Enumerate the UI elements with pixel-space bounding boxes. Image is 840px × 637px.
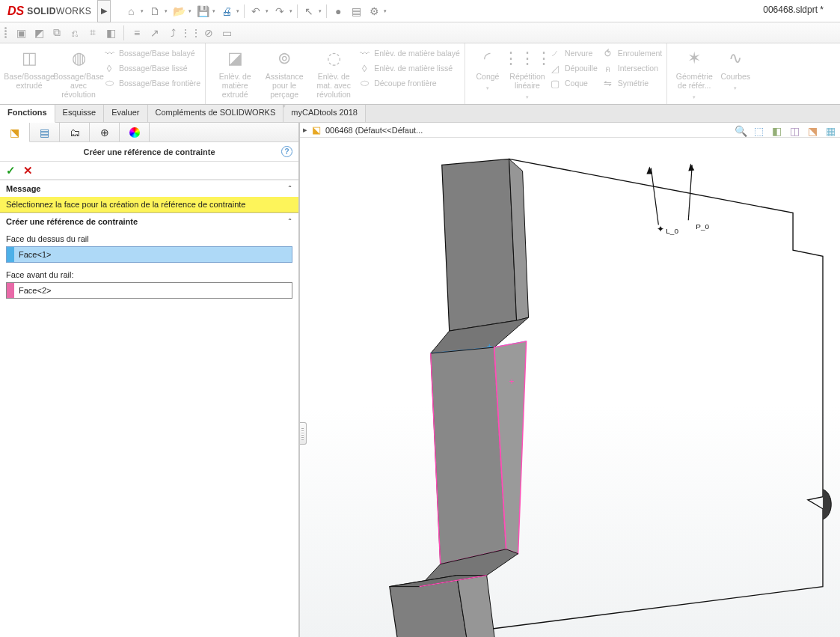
ribbon-group-boss: ◫ Base/Bossage extrudé ◍ Bossage/Base av… xyxy=(0,43,206,104)
cancel-button[interactable]: ✕ xyxy=(23,164,33,177)
redo-icon[interactable]: ↷ xyxy=(273,4,286,18)
ref-geom-icon: ✶ xyxy=(684,48,705,69)
title-bar: DS SOLIDWORKS ▶ ⌂▾ 🗋▾ 📂▾ 💾▾ 🖨▾ ↶▾ ↷▾ ↖▾ … xyxy=(0,0,840,22)
pattern-icon: ⋮⋮⋮ xyxy=(517,48,538,69)
settings-icon[interactable]: ⚙ xyxy=(367,4,381,18)
logo-text-2: WORKS xyxy=(56,6,91,16)
tb-icon-12[interactable]: ▭ xyxy=(219,25,234,40)
options-icon[interactable]: ▤ xyxy=(349,4,363,18)
section-create-header[interactable]: Créer une référence de contrainte ˆ xyxy=(0,213,298,230)
panel-tab-appearance[interactable] xyxy=(120,123,150,141)
ok-cancel-row: ✓ ✕ xyxy=(0,162,298,180)
view-orientation-icon[interactable]: ◧ xyxy=(770,124,783,138)
help-icon[interactable]: ? xyxy=(281,146,292,157)
draft-button[interactable]: ◿Dépouille xyxy=(549,62,598,74)
tb-icon-7[interactable]: ≡ xyxy=(129,25,144,40)
shell-button[interactable]: ▢Coque xyxy=(549,77,598,89)
extruded-boss-icon: ◫ xyxy=(19,48,40,69)
ref-geometry-button[interactable]: ✶ Géométrie de référ... ▾ xyxy=(672,46,717,100)
intersect-icon: ⩀ xyxy=(602,62,614,74)
swept-cut-button[interactable]: 〰Enlèv. de matière balayé xyxy=(358,47,460,59)
field1-label: Face du dessus du rail xyxy=(6,233,292,245)
tb-icon-3[interactable]: ⧉ xyxy=(49,25,64,40)
panel-tab-config[interactable]: 🗂 xyxy=(60,123,90,141)
extruded-cut-button[interactable]: ◪ Enlèv. de matière extrudé xyxy=(210,46,260,99)
svg-marker-3 xyxy=(442,159,517,331)
section-message-header[interactable]: Message ˆ xyxy=(0,180,298,197)
menu-expand-button[interactable]: ▶ xyxy=(97,0,111,22)
field2-selection-input[interactable]: Face<2> xyxy=(6,282,292,299)
home-icon[interactable]: ⌂ xyxy=(124,4,138,18)
revolved-cut-button[interactable]: ◌ Enlèv. de mat. avec révolution xyxy=(309,46,358,99)
zoom-area-icon[interactable]: ⬚ xyxy=(752,124,765,138)
tb-icon-9[interactable]: ⤴ xyxy=(165,25,180,40)
wrap-button[interactable]: ⥀Enroulement xyxy=(602,47,663,59)
revolved-boss-icon: ◍ xyxy=(68,48,89,69)
ribbon-group-features: ◜ Congé ▾ ⋮⋮⋮ Répétition linéaire ▾ ⟋Ner… xyxy=(465,43,667,104)
lofted-cut-button[interactable]: ◊Enlèv. de matière lissé xyxy=(358,62,460,74)
tb-icon-4[interactable]: ⎌ xyxy=(67,25,82,40)
section-view-icon[interactable]: ⬔ xyxy=(806,124,819,138)
zoom-fit-icon[interactable]: 🔍 xyxy=(734,124,747,138)
extruded-boss-button[interactable]: ◫ Base/Bossage extrudé xyxy=(4,46,54,90)
svg-marker-8 xyxy=(431,347,506,564)
linear-pattern-button[interactable]: ⋮⋮⋮ Répétition linéaire ▾ xyxy=(506,46,549,100)
boundary-cut-button[interactable]: ⬭Découpe frontière xyxy=(358,77,460,89)
mirror-button[interactable]: ⇋Symétrie xyxy=(602,77,663,89)
panel-tab-dim[interactable]: ⊕ xyxy=(90,123,120,141)
tb-icon-10[interactable]: ⋮⋮ xyxy=(183,25,198,40)
hole-wizard-button[interactable]: ⊚ Assistance pour le perçage ▾ xyxy=(260,46,309,109)
boundary-boss-button[interactable]: ⬭Bossage/Base frontière xyxy=(103,77,200,89)
swept-cut-icon: 〰 xyxy=(358,47,370,59)
tb-icon-5[interactable]: ⌗ xyxy=(85,25,100,40)
intersect-button[interactable]: ⩀Intersection xyxy=(602,62,663,74)
select-icon[interactable]: ↖ xyxy=(302,4,316,18)
hole-icon: ⊚ xyxy=(274,48,295,69)
save-icon[interactable]: 💾 xyxy=(196,4,209,18)
field2-label: Face avant du rail: xyxy=(6,269,292,281)
selection-color-tag-blue xyxy=(7,247,14,262)
grip-icon[interactable] xyxy=(4,25,7,40)
property-manager-panel: ⬔ ▤ 🗂 ⊕ Créer une référence de contraint… xyxy=(0,123,299,637)
section-title: Créer une référence de contrainte xyxy=(6,217,138,226)
mate-center-marker-2: + xyxy=(509,377,515,387)
svg-line-0 xyxy=(651,168,658,225)
ok-button[interactable]: ✓ xyxy=(6,164,16,177)
rib-button[interactable]: ⟋Nervure xyxy=(549,47,598,59)
breadcrumb-expand-icon[interactable]: ▸ xyxy=(303,125,307,135)
appearance-icon xyxy=(129,127,140,138)
tb-icon-2[interactable]: ◩ xyxy=(31,25,46,40)
graphics-viewport[interactable]: ▸ ⬕ 006468 (Défaut<<Défaut... 🔍 ⬚ ◧ ◫ ⬔ … xyxy=(299,123,840,637)
new-icon[interactable]: 🗋 xyxy=(148,4,162,18)
draft-icon: ◿ xyxy=(549,62,561,74)
lofted-icon: ◊ xyxy=(103,62,115,74)
fillet-button[interactable]: ◜ Congé ▾ xyxy=(470,46,506,91)
tb-icon-6[interactable]: ◧ xyxy=(103,25,118,40)
tab-esquisse[interactable]: Esquisse xyxy=(55,105,105,122)
extruded-cut-icon: ◪ xyxy=(224,48,245,69)
undo-icon[interactable]: ↶ xyxy=(249,4,263,18)
panel-tab-feature[interactable]: ⬔ xyxy=(0,123,30,142)
tb-icon-8[interactable]: ↗ xyxy=(147,25,162,40)
section-create-mate-ref: Créer une référence de contrainte ˆ Face… xyxy=(0,213,298,305)
tb-icon-11[interactable]: ⊘ xyxy=(201,25,216,40)
part-icon: ⬕ xyxy=(312,124,321,135)
panel-tab-properties[interactable]: ▤ xyxy=(30,123,60,141)
label: Enlèv. de mat. avec révolution xyxy=(309,72,358,99)
label: Base/Bossage extrudé xyxy=(4,72,55,90)
curves-button[interactable]: ∿ Courbes ▾ xyxy=(717,46,754,91)
lofted-boss-button[interactable]: ◊Bossage/Base lissé xyxy=(103,62,200,74)
open-icon[interactable]: 📂 xyxy=(172,4,186,18)
field1-selection-input[interactable]: Face<1> xyxy=(6,246,292,263)
swept-boss-button[interactable]: 〰Bossage/Base balayé xyxy=(103,47,200,59)
tab-fonctions[interactable]: Fonctions xyxy=(0,105,55,123)
rebuild-icon[interactable]: ● xyxy=(331,4,345,18)
revolved-boss-button[interactable]: ◍ Bossage/Base avec révolution xyxy=(54,46,103,99)
tab-evaluer[interactable]: Evaluer xyxy=(104,105,147,122)
print-icon[interactable]: 🖨 xyxy=(220,4,233,18)
scene-icon[interactable]: ▦ xyxy=(824,124,837,138)
axis-label-p0: P_0 xyxy=(696,222,709,231)
breadcrumb-text[interactable]: 006468 (Défaut<<Défaut... xyxy=(325,126,423,135)
display-style-icon[interactable]: ◫ xyxy=(788,124,801,138)
tb-icon-1[interactable]: ▣ xyxy=(13,25,28,40)
